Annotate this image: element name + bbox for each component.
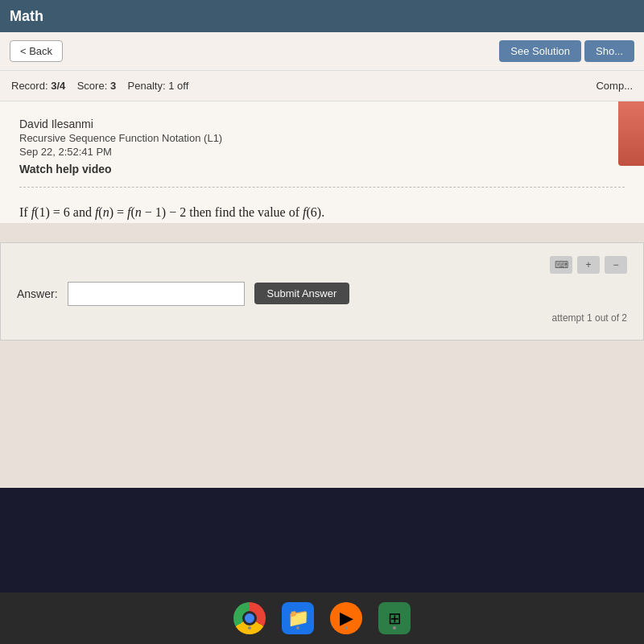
- files-active-dot: [296, 626, 299, 630]
- penalty-label: Penalty:: [128, 80, 166, 92]
- record-label: Record:: [11, 80, 48, 92]
- taskbar-item-files: 📁: [282, 602, 314, 634]
- app-title: Math: [10, 8, 43, 25]
- timestamp: Sep 22, 2:52:41 PM: [19, 146, 625, 158]
- files-icon[interactable]: 📁: [282, 602, 314, 634]
- top-bar: Math: [0, 0, 644, 32]
- taskbar-item-play: ▶: [330, 602, 362, 634]
- score-label: Score:: [77, 80, 108, 92]
- taskbar: 📁 ▶ ⊞: [0, 592, 644, 644]
- answer-input[interactable]: [68, 282, 245, 306]
- divider: [19, 187, 625, 188]
- minus-icon[interactable]: −: [605, 256, 627, 274]
- keyboard-icon[interactable]: ⌨: [550, 256, 572, 274]
- penalty-value: 1 off: [168, 80, 188, 92]
- play-active-dot: [345, 626, 348, 630]
- nav-right-buttons: See Solution Sho...: [499, 40, 634, 62]
- submit-answer-button[interactable]: Submit Answer: [254, 283, 350, 304]
- taskbar-item-grid: ⊞: [378, 602, 411, 634]
- attempt-text: attempt 1 out of 2: [17, 312, 627, 324]
- taskbar-item-chrome: [233, 602, 266, 634]
- answer-tools: ⌨ + −: [17, 256, 627, 274]
- answer-row: Answer: Submit Answer: [17, 282, 627, 306]
- comp-label: Comp...: [596, 80, 633, 92]
- answer-area: ⌨ + − Answer: Submit Answer attempt 1 ou…: [0, 242, 644, 341]
- problem-card: David Ilesanmi Recursive Sequence Functi…: [0, 101, 644, 223]
- topic-name: Recursive Sequence Function Notation (L1…: [19, 132, 625, 144]
- chrome-active-dot: [248, 626, 251, 630]
- record-info: Record: 3/4 Score: 3 Penalty: 1 off: [11, 80, 188, 92]
- add-icon[interactable]: +: [577, 256, 600, 274]
- main-content: David Ilesanmi Recursive Sequence Functi…: [0, 101, 644, 488]
- back-button[interactable]: < Back: [10, 40, 63, 62]
- answer-label: Answer:: [17, 287, 58, 300]
- score-value: 3: [110, 80, 116, 92]
- grid-icon[interactable]: ⊞: [378, 602, 411, 634]
- see-solution-button[interactable]: See Solution: [499, 40, 581, 62]
- show-button[interactable]: Sho...: [584, 40, 634, 62]
- chrome-icon[interactable]: [233, 602, 266, 634]
- student-name: David Ilesanmi: [19, 118, 625, 130]
- record-value: 3/4: [51, 80, 65, 92]
- grid-active-dot: [393, 626, 396, 630]
- record-bar: Record: 3/4 Score: 3 Penalty: 1 off Comp…: [0, 71, 644, 101]
- watch-help-link[interactable]: Watch help video: [19, 163, 625, 175]
- nav-bar: < Back See Solution Sho...: [0, 32, 644, 71]
- side-avatar: [618, 101, 644, 166]
- play-icon[interactable]: ▶: [330, 602, 362, 634]
- problem-text: If f(1) = 6 and f(n) = f(n − 1) − 2 then…: [19, 202, 625, 223]
